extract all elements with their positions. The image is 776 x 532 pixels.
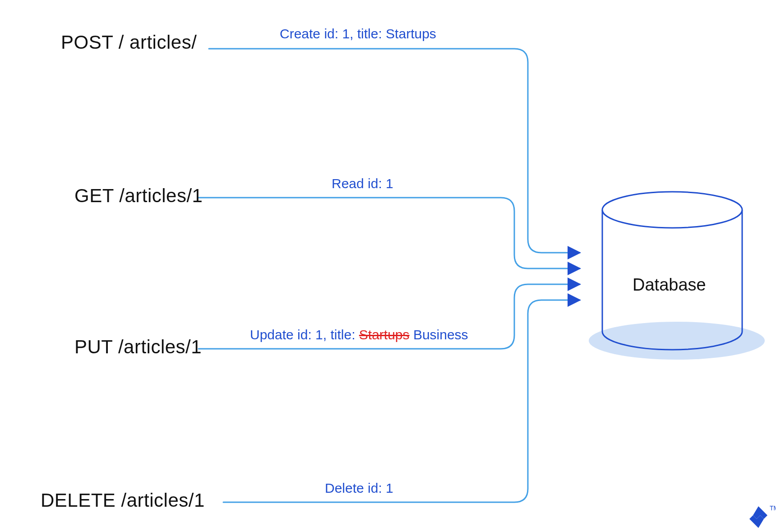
diagram-svg <box>0 0 776 532</box>
desc-get: Read id: 1 <box>332 176 393 191</box>
desc-post: Create id: 1, title: Startups <box>280 26 436 42</box>
toptal-logo-icon <box>749 504 770 530</box>
method-put: PUT /articles/1 <box>74 336 202 358</box>
trademark: TM <box>770 504 776 512</box>
arrows <box>198 49 580 502</box>
svg-point-0 <box>602 192 742 228</box>
desc-put-prefix: Update id: 1, title: <box>250 327 359 342</box>
arrow-post <box>209 49 580 253</box>
database-shadow <box>589 322 765 360</box>
method-get: GET /articles/1 <box>74 185 203 207</box>
arrow-get <box>198 198 580 268</box>
diagram-canvas: POST / articles/ GET /articles/1 PUT /ar… <box>0 0 776 532</box>
database-label: Database <box>633 275 706 295</box>
method-delete: DELETE /articles/1 <box>41 490 205 511</box>
desc-put-suffix: Business <box>410 327 468 342</box>
desc-delete: Delete id: 1 <box>325 481 393 496</box>
desc-put: Update id: 1, title: Startups Business <box>250 327 468 342</box>
method-post: POST / articles/ <box>61 32 197 53</box>
desc-put-strike: Startups <box>359 327 410 342</box>
